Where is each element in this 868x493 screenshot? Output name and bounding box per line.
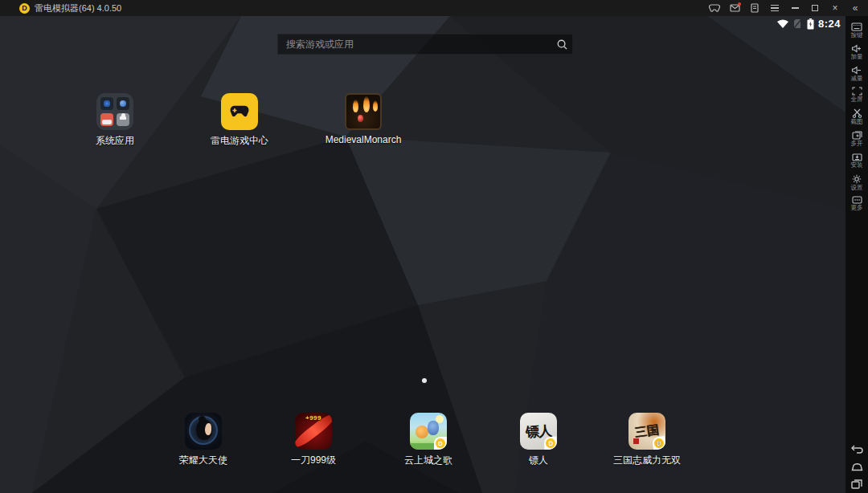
- recents-icon: [851, 479, 862, 489]
- app-label: MedievalMonarch: [326, 134, 402, 145]
- android-home-button[interactable]: [851, 462, 863, 471]
- app-honor-archangel[interactable]: 荣耀大天使: [155, 413, 252, 467]
- app-label: 系统应用: [96, 134, 134, 148]
- fullscreen-icon: [852, 87, 862, 96]
- maximize-button[interactable]: [809, 2, 821, 14]
- menu-icon[interactable]: [768, 2, 781, 14]
- app-label: 镖人: [529, 454, 548, 467]
- android-back-button[interactable]: [851, 445, 863, 454]
- home-icon: [851, 462, 863, 471]
- flame-decor: [353, 100, 358, 112]
- battery-icon: [807, 18, 814, 30]
- ldplayer-corner-badge: D: [543, 436, 557, 450]
- ld-game-center-icon: [221, 93, 258, 130]
- flame-decor: [363, 96, 370, 112]
- wifi-icon: [776, 18, 789, 29]
- page-indicator-dot: [422, 378, 427, 383]
- ldplayer-corner-badge: D: [652, 436, 665, 450]
- install-apk-icon: [852, 153, 862, 161]
- biaoren-icon: 镖人 D: [520, 413, 557, 450]
- fullscreen-button[interactable]: 全屏: [845, 87, 868, 104]
- browser-mini-icon: [117, 97, 129, 110]
- app-label: 三国志威力无双: [613, 454, 681, 467]
- clock: 8:24: [818, 18, 841, 30]
- yidao999-icon: +999: [295, 413, 332, 450]
- ldplayer-corner-badge: D: [434, 437, 447, 450]
- app-medieval-monarch[interactable]: MedievalMonarch: [315, 93, 411, 145]
- app-label: 云上城之歌: [404, 454, 452, 467]
- messages-icon[interactable]: [728, 2, 741, 14]
- ldplayer-logo-icon: D: [19, 3, 30, 14]
- android-recents-button[interactable]: [851, 479, 862, 489]
- app-yidao999[interactable]: +999 一刀999级: [265, 413, 362, 467]
- no-sim-icon: [793, 18, 803, 29]
- files-mini-icon: [100, 113, 113, 126]
- volume-up-icon: [851, 44, 862, 53]
- keyboard-icon: [851, 22, 862, 31]
- more-icon: [852, 196, 862, 204]
- search-input[interactable]: [278, 39, 551, 50]
- volume-down-icon: [851, 66, 862, 75]
- back-icon: [851, 445, 863, 454]
- logo-letter: D: [22, 5, 27, 12]
- screenshot-button[interactable]: 截图: [845, 108, 868, 126]
- titlebar-left: D 雷电模拟器(64) 4.0.50: [0, 2, 121, 14]
- titlebar: D 雷电模拟器(64) 4.0.50 × «: [0, 0, 868, 16]
- ldplayer-window: D 雷电模拟器(64) 4.0.50 × «: [0, 0, 868, 493]
- honor-archangel-icon: [185, 413, 222, 450]
- contacts-mini-icon: [117, 113, 129, 126]
- emulator-toolbar: 按键 加量 减量 全屏 截图 多开 安装 设置: [845, 16, 868, 493]
- gamepad-icon[interactable]: [708, 2, 721, 14]
- sanguozhi-icon: 三国 D: [628, 413, 665, 450]
- volume-down-button[interactable]: 减量: [845, 66, 868, 83]
- notification-dot: [738, 2, 741, 6]
- app-sanguozhi[interactable]: 三国 D 三国志威力无双: [599, 413, 695, 467]
- install-apk-button[interactable]: 安装: [845, 153, 868, 169]
- search-bar: [277, 34, 573, 55]
- medieval-monarch-icon: [345, 93, 382, 130]
- settings-mini-icon: [100, 97, 113, 110]
- scissors-icon: [852, 108, 862, 118]
- notes-icon[interactable]: [748, 2, 761, 14]
- app-label: 荣耀大天使: [179, 454, 227, 467]
- close-button[interactable]: ×: [829, 2, 841, 14]
- multi-instance-icon: [852, 131, 862, 140]
- app-biaoren[interactable]: 镖人 D 镖人: [490, 413, 587, 467]
- gem-decor: [358, 115, 363, 122]
- app-system-apps-folder[interactable]: 系统应用: [67, 93, 163, 148]
- app-ld-game-center[interactable]: 雷电游戏中心: [191, 93, 288, 148]
- gear-icon: [852, 174, 862, 184]
- plus999-badge: +999: [295, 414, 332, 422]
- app-label: 一刀999级: [291, 454, 336, 467]
- volume-up-button[interactable]: 加量: [845, 44, 868, 61]
- cloud-song-icon: D: [410, 413, 447, 450]
- search-icon[interactable]: [551, 39, 572, 51]
- android-screen: 8:24 系统应用 雷电游戏中心: [0, 16, 845, 493]
- status-bar: 8:24: [776, 18, 841, 30]
- settings-button[interactable]: 设置: [845, 174, 868, 192]
- system-apps-folder-icon: [96, 93, 133, 130]
- titlebar-controls: × «: [708, 0, 868, 16]
- flame-decor: [373, 100, 378, 112]
- window-title: 雷电模拟器(64) 4.0.50: [35, 2, 121, 14]
- collapse-sidebar-button[interactable]: «: [849, 2, 862, 14]
- keymap-button[interactable]: 按键: [845, 22, 868, 39]
- minimize-button[interactable]: [788, 2, 801, 14]
- app-label: 雷电游戏中心: [211, 134, 268, 148]
- multi-instance-button[interactable]: 多开: [845, 131, 868, 148]
- app-cloud-song[interactable]: D 云上城之歌: [380, 413, 477, 467]
- more-button[interactable]: 更多: [845, 196, 868, 212]
